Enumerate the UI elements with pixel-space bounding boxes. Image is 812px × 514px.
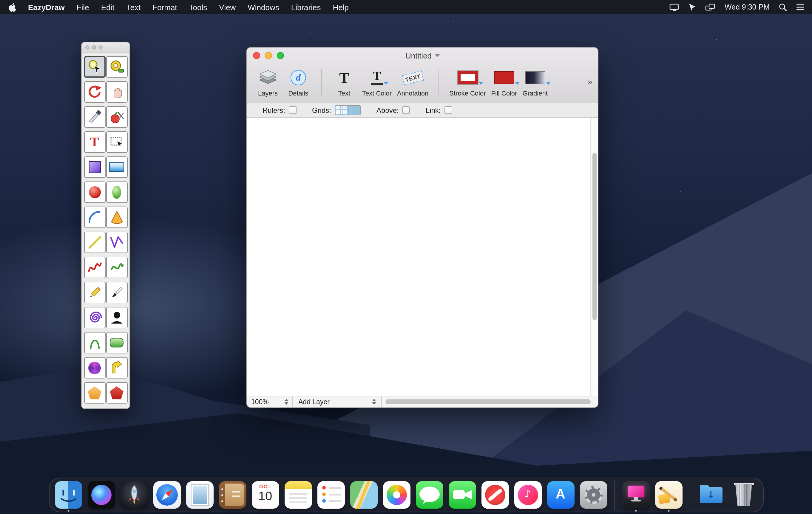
menu-view[interactable]: View <box>219 3 236 11</box>
toolbar-text[interactable]: T Text <box>332 67 357 97</box>
horizontal-scrollbar-thumb[interactable] <box>385 399 591 404</box>
vertical-scrollbar[interactable] <box>590 117 598 396</box>
dock-display-app[interactable] <box>622 481 649 509</box>
dock-notes[interactable] <box>284 481 312 509</box>
tool-brush[interactable] <box>106 282 127 303</box>
layer-stepper[interactable] <box>372 397 376 407</box>
palette-zoom-button[interactable] <box>98 45 103 50</box>
drawing-canvas[interactable] <box>247 117 598 396</box>
dock-system-preferences[interactable] <box>580 481 607 509</box>
apple-menu-icon[interactable] <box>8 3 16 11</box>
grid-pattern-segment[interactable] <box>335 106 348 115</box>
dock-eazydraw[interactable] <box>655 481 682 509</box>
toolbar-layers[interactable]: Layers <box>255 67 281 97</box>
tool-measure[interactable] <box>106 56 127 78</box>
dock-app-store[interactable]: A <box>547 481 574 509</box>
menu-tools[interactable]: Tools <box>189 3 207 11</box>
dock-photos[interactable] <box>383 481 410 509</box>
notification-center-icon[interactable] <box>796 4 805 11</box>
menu-file[interactable]: File <box>77 3 89 11</box>
menu-help[interactable]: Help <box>332 3 349 11</box>
dock-finder[interactable] <box>55 481 82 509</box>
palette-close-button[interactable] <box>85 45 89 50</box>
dock-contacts[interactable] <box>219 481 246 509</box>
dock-siri[interactable] <box>87 481 115 509</box>
toolbar-annotation[interactable]: TEXT Annotation <box>397 67 428 97</box>
dock-messages[interactable] <box>415 481 443 509</box>
dock-mail[interactable] <box>186 481 213 509</box>
dock-trash[interactable] <box>730 481 757 509</box>
tool-spiral[interactable] <box>84 307 105 328</box>
app-menu[interactable]: EazyDraw <box>28 3 65 11</box>
titlebar[interactable]: Untitled <box>247 48 598 63</box>
tool-select[interactable] <box>84 56 105 78</box>
tool-crop[interactable] <box>106 106 127 128</box>
tool-freehand-curve[interactable] <box>84 257 105 278</box>
toolbar-details[interactable]: d Details <box>286 67 311 97</box>
tool-silhouette[interactable] <box>106 307 127 328</box>
dock-music[interactable]: ♪ <box>514 481 542 509</box>
menu-text[interactable]: Text <box>126 3 141 11</box>
menu-format[interactable]: Format <box>152 3 177 11</box>
tool-gradient-square[interactable] <box>84 156 105 178</box>
tool-text[interactable]: T <box>84 131 105 153</box>
rulers-checkbox[interactable] <box>289 106 296 114</box>
tool-arc-segment[interactable] <box>84 332 105 353</box>
tool-rotate[interactable] <box>84 81 105 103</box>
tool-gradient-rectangle[interactable] <box>106 156 127 178</box>
menu-windows[interactable]: Windows <box>248 3 279 11</box>
tool-circle[interactable] <box>84 182 105 203</box>
close-button[interactable] <box>253 52 260 59</box>
pointer-status-icon[interactable] <box>688 3 697 11</box>
tool-text-box[interactable] <box>106 131 127 153</box>
toolbar-fill-color[interactable]: Fill Color <box>491 67 517 97</box>
dock-maps[interactable] <box>350 481 377 509</box>
menu-edit[interactable]: Edit <box>101 3 115 11</box>
dock-launchpad[interactable] <box>120 481 148 509</box>
palette-titlebar[interactable] <box>82 43 129 53</box>
fill-color-swatch <box>494 71 514 84</box>
dock-calendar[interactable]: OCT 10 <box>252 481 279 509</box>
tool-ellipse[interactable] <box>106 182 127 203</box>
grids-segmented-control[interactable] <box>335 105 361 115</box>
dock-downloads[interactable]: ↓ <box>697 481 725 509</box>
horizontal-scrollbar[interactable] <box>382 397 598 407</box>
dock-facetime[interactable] <box>448 481 476 509</box>
link-checkbox[interactable] <box>444 106 452 114</box>
toolbar-overflow-button[interactable]: » <box>587 76 592 86</box>
spotlight-icon[interactable] <box>779 3 787 11</box>
tool-pentagon[interactable] <box>84 382 105 404</box>
tool-polyline[interactable] <box>106 232 127 253</box>
tool-cone[interactable] <box>106 207 127 228</box>
menu-libraries[interactable]: Libraries <box>291 3 321 11</box>
tool-hand[interactable] <box>106 81 127 103</box>
tool-fold-arrow[interactable] <box>106 357 127 378</box>
displays-status-icon[interactable] <box>705 3 716 11</box>
tool-line[interactable] <box>84 232 105 253</box>
tool-arc[interactable] <box>84 207 105 228</box>
dock-safari[interactable] <box>153 481 180 509</box>
tool-bezier-curve[interactable] <box>106 257 127 278</box>
grid-solid-segment[interactable] <box>348 106 360 115</box>
above-checkbox[interactable] <box>402 106 410 114</box>
vertical-scrollbar-thumb[interactable] <box>592 153 597 320</box>
tool-polygon[interactable] <box>106 382 127 404</box>
window-title[interactable]: Untitled <box>405 51 439 60</box>
minimize-button[interactable] <box>265 52 272 59</box>
tool-pencil[interactable] <box>84 282 105 303</box>
palette-minimize-button[interactable] <box>92 45 96 50</box>
dock-news[interactable] <box>481 481 509 509</box>
zoom-button[interactable] <box>277 52 284 59</box>
toolbar-stroke-color[interactable]: Stroke Color <box>449 67 486 97</box>
menu-clock[interactable]: Wed 9:30 PM <box>725 3 770 11</box>
toolbar-gradient[interactable]: Gradient <box>522 67 547 97</box>
tool-rounded-rect[interactable] <box>106 332 127 353</box>
tool-knife[interactable] <box>84 106 105 128</box>
toolbar-text-color[interactable]: T Text Color <box>362 67 392 97</box>
add-layer-menu[interactable]: Add Layer <box>293 397 381 407</box>
dock-reminders[interactable] <box>317 481 345 509</box>
tool-swirl[interactable] <box>84 357 105 378</box>
zoom-control[interactable]: 100% <box>247 397 292 407</box>
zoom-stepper[interactable] <box>285 397 288 407</box>
display-status-icon[interactable] <box>670 3 679 11</box>
